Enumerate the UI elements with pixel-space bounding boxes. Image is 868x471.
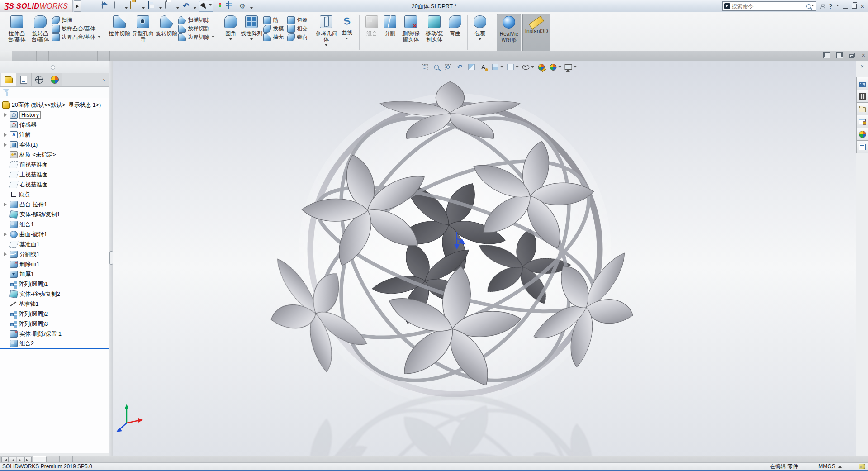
- tree-item[interactable]: 分割线1: [0, 249, 109, 259]
- wrap-feature-button[interactable]: 包覆: [471, 14, 489, 43]
- move-copy-body-button[interactable]: 移动/复制实体: [422, 14, 446, 43]
- headsup-slot[interactable]: [491, 63, 503, 71]
- extruded-cut-button[interactable]: 拉伸切除: [108, 14, 131, 37]
- revolved-boss-button[interactable]: 旋转凸台/基体: [28, 14, 52, 43]
- panel-splitter-handle[interactable]: [51, 65, 55, 70]
- splitter-knob[interactable]: [109, 251, 113, 265]
- restore-window-button[interactable]: [852, 4, 857, 9]
- performance-pipeline-button[interactable]: [216, 2, 225, 11]
- tree-item[interactable]: 实体-移动/复制1: [0, 209, 109, 219]
- tree-item[interactable]: 传感器: [0, 120, 109, 130]
- tree-item[interactable]: 组合1: [0, 219, 109, 229]
- open-button[interactable]: [130, 2, 139, 11]
- tree-root-item[interactable]: 20面体 (默认<<默认>_显示状态 1>): [0, 100, 109, 110]
- realview-graphics-toggle[interactable]: RealView图形: [497, 14, 521, 53]
- headsup-slot[interactable]: A: [479, 63, 488, 71]
- tree-item[interactable]: 阵列(圆周)3: [0, 319, 109, 329]
- split-button[interactable]: 分割: [381, 14, 399, 37]
- headsup-slot[interactable]: [537, 63, 545, 71]
- lofted-cut-button[interactable]: 放样切割: [178, 24, 215, 33]
- command-tab[interactable]: [37, 51, 49, 61]
- tree-item[interactable]: 基准面1: [0, 239, 109, 249]
- undo-button[interactable]: ↶: [182, 2, 191, 11]
- close-window-button[interactable]: ×: [860, 4, 864, 9]
- headsup-slot[interactable]: [522, 63, 534, 71]
- expand-arrow-icon[interactable]: [3, 133, 8, 138]
- tree-item[interactable]: 基准轴1: [0, 299, 109, 309]
- search-scope-icon[interactable]: [724, 3, 730, 9]
- tree-item[interactable]: 加厚1: [0, 269, 109, 279]
- task-pane-tab[interactable]: [856, 102, 868, 115]
- reference-geometry-button[interactable]: 参考几何体: [314, 14, 338, 49]
- dropdown-caret-icon[interactable]: [516, 66, 518, 69]
- command-tab[interactable]: [49, 51, 61, 61]
- tab-display-manager[interactable]: [47, 73, 62, 86]
- revolved-cut-button[interactable]: 旋转切除: [155, 14, 178, 37]
- task-pane-tab[interactable]: [856, 90, 868, 103]
- options-button[interactable]: ⚙: [238, 2, 247, 11]
- command-search[interactable]: [722, 1, 816, 11]
- linear-pattern-button[interactable]: 线性阵列: [240, 14, 263, 43]
- tags-icon[interactable]: [859, 464, 865, 469]
- task-pane-tab[interactable]: [856, 115, 868, 128]
- panel-expand-chevron[interactable]: ›: [99, 73, 109, 86]
- expand-arrow-icon[interactable]: [3, 172, 8, 177]
- tree-item[interactable]: 组合2: [0, 339, 109, 349]
- headsup-slot[interactable]: [564, 63, 576, 71]
- options-list-button[interactable]: [227, 2, 236, 11]
- user-account-icon[interactable]: [820, 4, 825, 9]
- tree-item[interactable]: 实体(1): [0, 140, 109, 150]
- new-document-button[interactable]: [113, 2, 122, 11]
- command-tab[interactable]: [24, 51, 37, 61]
- home-button[interactable]: [102, 2, 111, 11]
- extruded-boss-button[interactable]: 拉伸凸台/基体: [5, 14, 28, 43]
- help-dropdown[interactable]: [836, 5, 839, 8]
- curves-button[interactable]: 曲线: [338, 14, 356, 42]
- graphics-viewport[interactable]: ↶ A: [113, 61, 856, 456]
- fillet-button[interactable]: 圆角: [222, 14, 240, 43]
- command-tab[interactable]: [73, 51, 85, 61]
- tree-item[interactable]: History: [0, 110, 109, 120]
- boundary-boss-button[interactable]: 边界凸台/基体: [52, 33, 101, 41]
- tree-item[interactable]: 注解: [0, 130, 109, 140]
- command-tab[interactable]: [98, 51, 110, 61]
- command-tab[interactable]: [12, 51, 24, 61]
- dropdown-caret-icon[interactable]: [531, 66, 534, 69]
- help-button[interactable]: ?: [829, 3, 833, 10]
- undo-dropdown[interactable]: [194, 7, 196, 10]
- menu-flyout-button[interactable]: [74, 0, 81, 12]
- task-pane-tab[interactable]: [856, 140, 868, 153]
- headsup-slot[interactable]: [420, 63, 429, 71]
- restore-document-icon[interactable]: [849, 53, 855, 58]
- instant3d-toggle[interactable]: Instant3D: [522, 14, 550, 53]
- expand-arrow-icon[interactable]: [3, 212, 8, 217]
- search-dropdown[interactable]: [811, 5, 814, 8]
- tree-item[interactable]: 删除面1: [0, 259, 109, 269]
- print-dropdown[interactable]: [176, 7, 179, 10]
- tree-item[interactable]: 材质 <未指定>: [0, 150, 109, 160]
- dropdown-caret-icon[interactable]: [574, 66, 576, 69]
- search-input[interactable]: [730, 3, 806, 10]
- select-tool-button[interactable]: [199, 1, 213, 12]
- hole-wizard-button[interactable]: 异型孔向导: [131, 14, 155, 43]
- tree-item[interactable]: 阵列(圆周)2: [0, 309, 109, 319]
- search-icon[interactable]: [806, 4, 811, 9]
- tree-item[interactable]: 阵列(圆周)1: [0, 279, 109, 289]
- close-document-icon[interactable]: ×: [862, 53, 865, 58]
- rib-button[interactable]: 筋: [263, 16, 284, 24]
- expand-arrow-icon[interactable]: [3, 332, 8, 337]
- tree-item[interactable]: 右视基准面: [0, 180, 109, 190]
- swept-cut-button[interactable]: 扫描切除: [178, 16, 215, 24]
- expand-arrow-icon[interactable]: [3, 232, 8, 237]
- headsup-slot[interactable]: ↶: [455, 63, 464, 71]
- expand-arrow-icon[interactable]: [3, 152, 8, 157]
- task-pane-tab[interactable]: [856, 77, 868, 90]
- tab-property-manager[interactable]: [16, 73, 32, 86]
- expand-arrow-icon[interactable]: [3, 282, 8, 287]
- intersect-button[interactable]: 相交: [287, 24, 308, 33]
- expand-arrow-icon[interactable]: [3, 182, 8, 187]
- dropdown-caret-icon[interactable]: [500, 66, 503, 69]
- print-button[interactable]: [165, 2, 174, 11]
- open-dropdown[interactable]: [142, 7, 145, 10]
- dock-left-icon[interactable]: [823, 52, 830, 58]
